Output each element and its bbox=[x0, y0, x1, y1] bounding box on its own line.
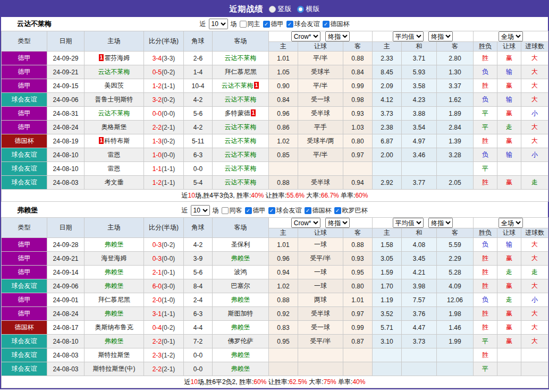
summary-part: 近 bbox=[184, 378, 191, 386]
average-odds: 1.98 bbox=[437, 307, 474, 321]
average-odds: 2.00 bbox=[373, 148, 402, 162]
summary-part: 40% bbox=[251, 192, 264, 199]
league-badge: 德甲 bbox=[2, 107, 47, 121]
average-odds: 2.38 bbox=[373, 121, 402, 134]
same-venue-checkbox[interactable]: 同主 bbox=[240, 20, 260, 29]
result-mark: 平 bbox=[474, 162, 497, 176]
subcol-avg-away: 客 bbox=[437, 228, 474, 238]
home-team-cell: 弗赖堡 bbox=[85, 279, 144, 293]
league-checkbox[interactable]: ✓欧罗巴杯 bbox=[334, 206, 368, 215]
recent-count-select[interactable]: 10 bbox=[209, 19, 228, 29]
league-badge: 德甲 bbox=[2, 293, 47, 307]
col-header-date: 日期 bbox=[47, 218, 85, 238]
summary-part: 单率: bbox=[339, 192, 356, 199]
result-mark: 大 bbox=[521, 321, 548, 335]
league-checkbox[interactable]: ✓德国杯 bbox=[305, 206, 332, 215]
full-score: 3-2 bbox=[153, 96, 162, 104]
handicap-odds: 0.83 bbox=[269, 321, 298, 335]
average-odds: 3.54 bbox=[402, 121, 437, 134]
handicap-odds: 0.88 bbox=[269, 176, 298, 190]
league-checkbox[interactable]: ✓球会友谊 bbox=[286, 20, 320, 29]
avg-source-select[interactable]: 平均值 bbox=[393, 218, 424, 228]
handicap-odds: 0.99 bbox=[343, 321, 373, 335]
half-score: (0-2) bbox=[162, 96, 175, 104]
col-header-score: 比分(半场) bbox=[144, 31, 184, 52]
average-odds bbox=[402, 162, 437, 176]
corner-score: 5-6 bbox=[184, 266, 213, 279]
avg-final-select[interactable]: 终指 bbox=[428, 218, 453, 228]
league-checkbox[interactable]: ✓德国杯 bbox=[323, 20, 350, 29]
scope-select[interactable]: 全场 bbox=[499, 218, 523, 228]
odds-source-select[interactable]: Crow* bbox=[291, 218, 320, 228]
average-odds: 3.76 bbox=[402, 307, 437, 321]
scope-select[interactable]: 全场 bbox=[499, 31, 523, 41]
league-badge: 球会友谊 bbox=[2, 176, 47, 190]
team-name: 弗赖堡 bbox=[105, 282, 124, 289]
handicap-odds: 0.94 bbox=[343, 176, 373, 190]
layout-radio-vertical[interactable]: 竖版 bbox=[269, 4, 292, 14]
match-row: 德甲24-09-28弗赖堡0-3(0-2)4-2圣保利1.01一球0.881.5… bbox=[2, 238, 548, 252]
avg-source-select[interactable]: 平均值 bbox=[393, 31, 424, 41]
result-mark: 胜 bbox=[474, 348, 497, 362]
match-score: 0-3(0-0) bbox=[144, 252, 184, 266]
header-selects-row: 类型 日期 主场 比分(半场) 角球 客场 Crow* 终指 平均值 终指 bbox=[2, 31, 548, 42]
handicap-odds bbox=[269, 348, 298, 362]
avg-final-select[interactable]: 终指 bbox=[428, 31, 453, 41]
checkbox-label: 球会友谊 bbox=[294, 20, 320, 29]
filter-row: 弗赖堡 近 10 场 同客 ✓德甲✓球会友谊✓德国杯✓欧罗巴杯 bbox=[1, 203, 548, 217]
result-mark bbox=[497, 348, 521, 362]
subcol-avg-home: 主 bbox=[373, 42, 402, 52]
away-team-cell: 云达不莱梅1 bbox=[213, 79, 269, 93]
result-mark bbox=[521, 348, 548, 362]
corner-score: 2-4 bbox=[184, 293, 213, 307]
away-team-cell: 弗赖堡 bbox=[213, 348, 269, 362]
team-name: 云达不莱梅 bbox=[225, 178, 257, 186]
same-venue-checkbox[interactable]: 同客 bbox=[222, 206, 242, 215]
league-checkbox[interactable]: ✓德甲 bbox=[245, 206, 266, 215]
result-mark: 大 bbox=[521, 307, 548, 321]
match-date: 24-09-15 bbox=[47, 79, 85, 93]
full-score: 2-2 bbox=[153, 124, 162, 131]
corner-score: 5-11 bbox=[184, 134, 213, 148]
away-team-cell: 弗赖堡 bbox=[213, 362, 269, 376]
match-row: 德甲24-08-24弗赖堡3-1(1-1)6-3斯图加特0.92受半球0.973… bbox=[2, 307, 548, 321]
league-checkbox[interactable]: ✓德甲 bbox=[263, 20, 284, 29]
half-score: (1-1) bbox=[162, 310, 175, 318]
result-mark: 大 bbox=[521, 238, 548, 252]
average-odds: 4.09 bbox=[437, 279, 474, 293]
home-team-cell: 普鲁士明斯特 bbox=[85, 93, 144, 107]
odds-source-select[interactable]: Crow* bbox=[291, 31, 320, 41]
handicap-odds: 0.86 bbox=[269, 121, 298, 134]
odds-final-select[interactable]: 终指 bbox=[325, 31, 350, 41]
handicap-odds bbox=[298, 348, 343, 362]
checkbox-label: 球会友谊 bbox=[276, 206, 302, 215]
result-mark: 大 bbox=[521, 93, 548, 107]
checkbox-icon bbox=[240, 21, 247, 28]
handicap-odds: 0.87 bbox=[343, 335, 373, 348]
odds-final-select[interactable]: 终指 bbox=[325, 218, 350, 228]
result-mark: 胜 bbox=[474, 279, 497, 293]
home-team-cell: 海登海姆 bbox=[85, 252, 144, 266]
league-checkbox[interactable]: ✓球会友谊 bbox=[268, 206, 302, 215]
checkbox-label: 德国杯 bbox=[312, 206, 332, 215]
result-mark: 赢 bbox=[497, 52, 521, 65]
half-score: (1-1) bbox=[162, 165, 175, 173]
recent-count-select[interactable]: 10 bbox=[191, 205, 210, 216]
result-mark bbox=[521, 162, 548, 176]
league-checkbox-group: ✓德甲✓球会友谊✓德国杯✓欧罗巴杯 bbox=[245, 206, 368, 215]
average-odds: 1.89 bbox=[437, 107, 474, 121]
layout-radio-horizontal[interactable]: 横版 bbox=[297, 4, 320, 14]
handicap-odds: 平/半 bbox=[298, 79, 343, 93]
checkbox-icon: ✓ bbox=[286, 21, 293, 28]
home-team-cell: 1霍芬海姆 bbox=[85, 52, 144, 65]
match-row: 德甲24-08-31云达不莱梅0-0(0-0)5-6多特蒙德10.96受半球0.… bbox=[2, 107, 548, 121]
half-score: (3-0) bbox=[162, 283, 175, 290]
checkbox-icon: ✓ bbox=[245, 207, 252, 214]
summary-row: 近10场,胜4平3负3, 胜率:40% 让胜率:55.6% 大率:66.7% 单… bbox=[2, 190, 548, 202]
corner-score: 0-0 bbox=[184, 162, 213, 176]
subcol-away-odds: 客 bbox=[343, 228, 373, 238]
half-score: (0-2) bbox=[162, 138, 175, 145]
full-score: 2-0 bbox=[153, 296, 162, 304]
summary-part: 近 bbox=[182, 192, 188, 199]
team-name: 斯图加特 bbox=[228, 310, 254, 317]
